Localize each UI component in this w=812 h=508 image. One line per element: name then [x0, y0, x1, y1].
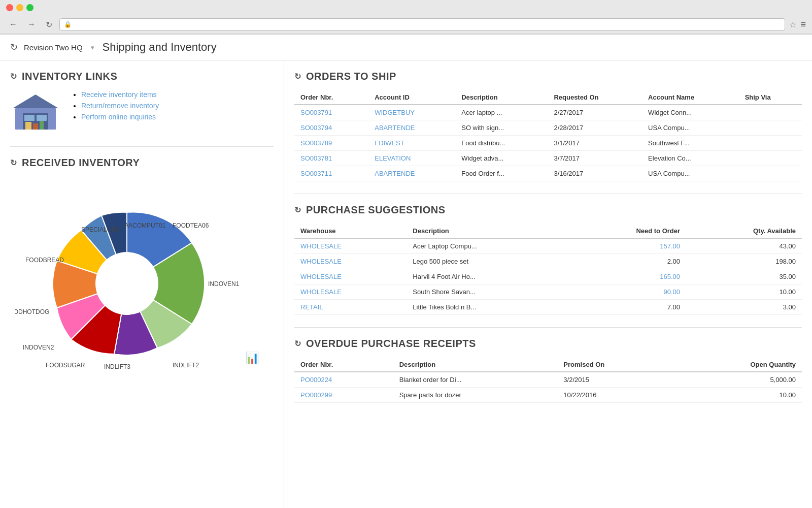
ship-via-cell	[739, 151, 802, 166]
purchase-suggestions-title: PURCHASE SUGGESTIONS	[306, 204, 445, 216]
warehouse-cell: WHOLESALE	[294, 238, 407, 254]
ship-via-cell	[739, 120, 802, 136]
close-button[interactable]	[6, 4, 13, 11]
need-order-link[interactable]: 165.00	[574, 273, 680, 280]
section-divider-2	[294, 194, 802, 194]
bookmark-button[interactable]: ☆	[789, 20, 796, 29]
col-description: Description	[455, 90, 548, 105]
workspace-separator: ▾	[91, 44, 94, 51]
ps-description-cell: Harvil 4 Foot Air Ho...	[407, 269, 567, 284]
inventory-links-title: INVENTORY LINKS	[22, 71, 117, 82]
table-row: SO003781 ELEVATION Widget adva... 3/7/20…	[294, 151, 802, 166]
purchase-suggestions-header: ↻ PURCHASE SUGGESTIONS	[294, 204, 802, 216]
col-po-order-nbr: Order Nbr.	[294, 358, 393, 372]
account-id-link[interactable]: ELEVATION	[375, 154, 411, 162]
po-order-nbr-cell: PO000224	[294, 372, 393, 388]
back-button[interactable]: ←	[6, 19, 20, 30]
col-account-name: Account Name	[642, 90, 739, 105]
account-name-cell: USA Compu...	[642, 120, 739, 136]
po-link[interactable]: PO000224	[300, 376, 332, 384]
ship-via-cell	[739, 136, 802, 151]
chart-label-foodhotdog: FOODHOTDOG	[15, 308, 49, 315]
forward-button[interactable]: →	[24, 19, 39, 30]
requested-on-cell: 3/16/2017	[548, 166, 642, 181]
requested-on-cell: 2/27/2017	[548, 105, 642, 120]
received-inventory-header: ↻ RECEIVED INVENTORY	[10, 157, 274, 169]
order-nbr-cell: SO003791	[294, 105, 368, 120]
need-order-link[interactable]: 90.00	[574, 288, 680, 296]
purchase-refresh-icon[interactable]: ↻	[294, 205, 301, 215]
links-list: Receive inventory items Return/remove in…	[71, 90, 159, 131]
col-po-description: Description	[393, 358, 558, 372]
ship-via-cell	[739, 166, 802, 181]
right-panel: ↻ ORDERS TO SHIP Order Nbr. Account ID D…	[284, 60, 812, 508]
section-divider	[10, 146, 274, 147]
address-bar[interactable]: 🔒	[59, 18, 785, 30]
warehouse-link[interactable]: RETAIL	[300, 303, 323, 311]
minimize-button[interactable]	[16, 4, 23, 11]
order-link[interactable]: SO003711	[300, 170, 332, 177]
account-name-cell: USA Compu...	[642, 166, 739, 181]
requested-on-cell: 2/28/2017	[548, 120, 642, 136]
account-id-cell: ABARTENDE	[368, 166, 455, 181]
return-inventory-link[interactable]: Return/remove inventory	[81, 102, 159, 110]
warehouse-link[interactable]: WHOLESALE	[300, 242, 342, 250]
description-cell: Food distribu...	[455, 136, 548, 151]
promised-on-cell: 3/2/2015	[557, 372, 674, 388]
browser-refresh-button[interactable]: ↻	[43, 19, 55, 30]
inventory-links-content: Receive inventory items Return/remove in…	[10, 90, 274, 131]
list-item: Perform online inquiries	[81, 113, 159, 121]
overdue-refresh-icon[interactable]: ↻	[294, 339, 301, 348]
order-link[interactable]: SO003789	[300, 139, 332, 147]
warehouse-link[interactable]: WHOLESALE	[300, 273, 342, 280]
orders-refresh-icon[interactable]: ↻	[294, 72, 301, 81]
list-item: Receive inventory items	[81, 90, 159, 99]
description-cell: Acer laptop ...	[455, 105, 548, 120]
account-name-cell: Southwest F...	[642, 136, 739, 151]
received-inventory-refresh-icon[interactable]: ↻	[10, 158, 17, 168]
overdue-receipts-title: OVERDUE PURCHASE RECEIPTS	[306, 338, 476, 350]
chart-expand-icon[interactable]: 📊	[245, 352, 259, 365]
browser-menu-button[interactable]: ≡	[800, 19, 806, 30]
inventory-links-refresh-icon[interactable]: ↻	[10, 72, 17, 81]
account-id-cell: ELEVATION	[368, 151, 455, 166]
svg-marker-1	[13, 94, 58, 108]
qty-available-cell: 198.00	[686, 254, 802, 269]
requested-on-cell: 3/7/2017	[548, 151, 642, 166]
col-promised-on: Promised On	[557, 358, 674, 372]
account-id-link[interactable]: WIDGETBUY	[375, 109, 415, 116]
maximize-button[interactable]	[26, 4, 33, 11]
need-to-order-cell: 165.00	[568, 269, 686, 284]
col-ps-description: Description	[407, 224, 567, 238]
need-order-link[interactable]: 157.00	[574, 242, 680, 250]
chart-label-indlift3: INDLIFT3	[104, 363, 130, 370]
account-id-cell: WIDGETBUY	[368, 105, 455, 120]
donut-chart: INDOVEN1 FOODTEA06 AACOMPUT01 SPECIALORD…	[15, 177, 269, 370]
open-quantity-cell: 10.00	[675, 388, 802, 403]
traffic-lights	[6, 4, 33, 11]
warehouse-link[interactable]: WHOLESALE	[300, 258, 342, 265]
table-header-row: Order Nbr. Account ID Description Reques…	[294, 90, 802, 105]
col-qty-available: Qty. Available	[686, 224, 802, 238]
orders-to-ship-table: Order Nbr. Account ID Description Reques…	[294, 90, 802, 181]
po-link[interactable]: PO000299	[300, 391, 332, 399]
ps-description-cell: South Shore Savan...	[407, 284, 567, 300]
requested-on-cell: 3/1/2017	[548, 136, 642, 151]
warehouse-link[interactable]: WHOLESALE	[300, 288, 342, 296]
order-link[interactable]: SO003791	[300, 109, 332, 116]
account-id-link[interactable]: FDIWEST	[375, 139, 404, 147]
receive-inventory-link[interactable]: Receive inventory items	[81, 90, 157, 99]
order-nbr-cell: SO003711	[294, 166, 368, 181]
col-need-to-order: Need to Order	[568, 224, 686, 238]
order-link[interactable]: SO003794	[300, 124, 332, 132]
online-inquiries-link[interactable]: Perform online inquiries	[81, 113, 156, 121]
overdue-receipts-header: ↻ OVERDUE PURCHASE RECEIPTS	[294, 338, 802, 350]
list-item: Return/remove inventory	[81, 102, 159, 110]
account-id-link[interactable]: ABARTENDE	[375, 124, 415, 132]
workspace-name: Revision Two HQ	[24, 43, 83, 52]
account-id-cell: FDIWEST	[368, 136, 455, 151]
table-row: RETAIL Little Tikes Bold n B... 7.00 3.0…	[294, 300, 802, 315]
order-link[interactable]: SO003781	[300, 154, 332, 162]
app-refresh-icon[interactable]: ↻	[10, 42, 18, 53]
account-id-link[interactable]: ABARTENDE	[375, 170, 415, 177]
